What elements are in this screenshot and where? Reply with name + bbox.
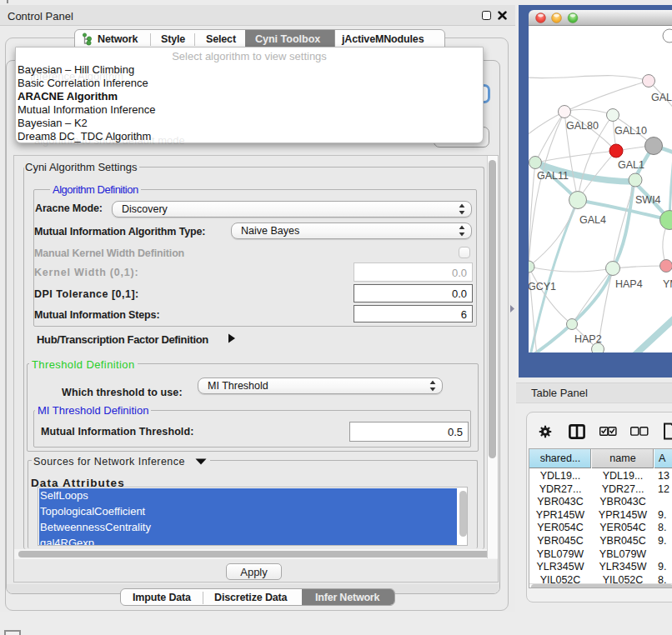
svg-text:HAP4: HAP4 — [615, 278, 643, 290]
svg-text:HAP2: HAP2 — [574, 333, 602, 345]
svg-text:GAL4: GAL4 — [579, 214, 606, 226]
svg-text:GAL80: GAL80 — [566, 120, 599, 132]
svg-text:YM: YM — [663, 278, 672, 290]
svg-text:GAL1: GAL1 — [618, 159, 644, 171]
svg-text:GAL10: GAL10 — [614, 125, 647, 137]
svg-text:GAL7: GAL7 — [651, 92, 672, 103]
svg-text:GAL11: GAL11 — [537, 170, 569, 182]
svg-text:GCY1: GCY1 — [529, 281, 556, 292]
svg-text:SWI4: SWI4 — [635, 194, 661, 206]
